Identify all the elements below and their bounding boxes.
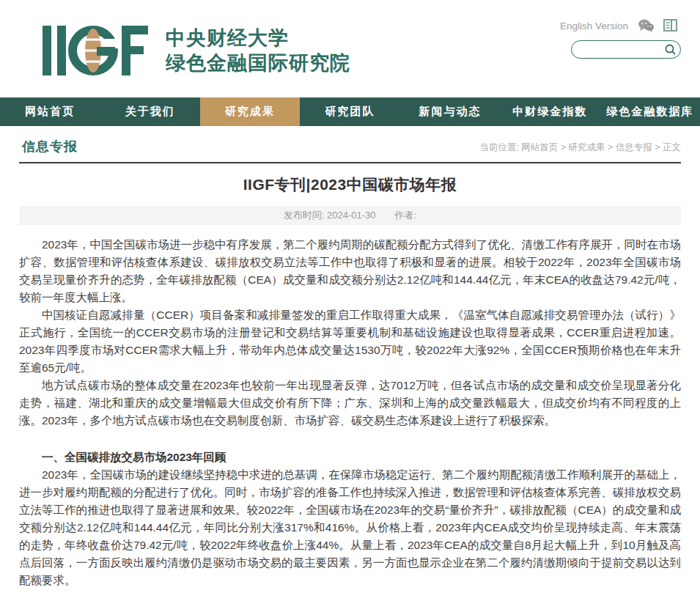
nav-item-home[interactable]: 网站首页 <box>0 97 100 126</box>
main-nav: 网站首页 关于我们 研究成果 研究团队 新闻与动态 中财绿金指数 绿色金融数据库 <box>0 97 700 126</box>
search-input[interactable] <box>581 45 664 55</box>
nav-item-green-finance-db[interactable]: 绿色金融数据库 <box>600 97 700 126</box>
iigf-logo-icon <box>43 24 154 77</box>
page-section-title: 信息专报 <box>22 138 78 155</box>
search-icon <box>665 44 676 55</box>
article: IIGF专刊|2023中国碳市场年报 发布时间: 2024-01-30作者: 2… <box>0 174 700 601</box>
english-version-link[interactable]: English Version <box>560 21 628 32</box>
nav-item-research-team[interactable]: 研究团队 <box>300 97 399 126</box>
breadcrumb[interactable]: 当前位置: 网站首页 > 研究成果 > 信息专报 > 正文 <box>479 141 681 155</box>
nav-item-news[interactable]: 新闻与动态 <box>400 97 500 126</box>
nav-item-about[interactable]: 关于我们 <box>100 97 199 126</box>
paragraph: 2023年，中国全国碳市场进一步稳中有序发展，第二个履约周期的碳配额分配方式得到… <box>19 236 681 306</box>
section-heading: 一、全国碳排放交易市场2023年回顾 <box>19 449 681 466</box>
article-meta: 发布时间: 2024-01-30作者: <box>19 206 681 225</box>
org-name-line2: 绿色金融国际研究院 <box>166 51 350 75</box>
paragraph: 2023年，全国碳市场的建设继续坚持稳中求进的总基调，在保障市场稳定运行、第二个… <box>19 466 681 589</box>
wechat-icon[interactable] <box>638 19 654 32</box>
divider <box>19 162 681 163</box>
nav-item-green-index[interactable]: 中财绿金指数 <box>500 97 600 126</box>
paragraph: 地方试点碳市场的整体成交量在2023年也较前一年出现显著反弹，达7012万吨，但… <box>19 377 681 429</box>
search-box <box>571 40 681 59</box>
author: 作者: <box>395 210 417 221</box>
logo[interactable]: 中央财经大学 绿色金融国际研究院 <box>43 24 350 77</box>
paragraph: 中国核证自愿减排量（CCER）项目备案和减排量签发的重启工作取得重大成果，《温室… <box>19 306 681 377</box>
journal-icon[interactable] <box>663 19 679 32</box>
article-title: IIGF专刊|2023中国碳市场年报 <box>19 174 681 195</box>
article-body: 2023年，中国全国碳市场进一步稳中有序发展，第二个履约周期的碳配额分配方式得到… <box>19 236 681 601</box>
org-name: 中央财经大学 绿色金融国际研究院 <box>166 26 350 75</box>
publish-time: 发布时间: 2024-01-30 <box>284 210 376 221</box>
search-button[interactable] <box>664 44 676 56</box>
org-name-line1: 中央财经大学 <box>166 26 350 51</box>
nav-item-research-results[interactable]: 研究成果 <box>200 97 300 126</box>
site-header: 中央财经大学 绿色金融国际研究院 English Version <box>0 0 700 97</box>
